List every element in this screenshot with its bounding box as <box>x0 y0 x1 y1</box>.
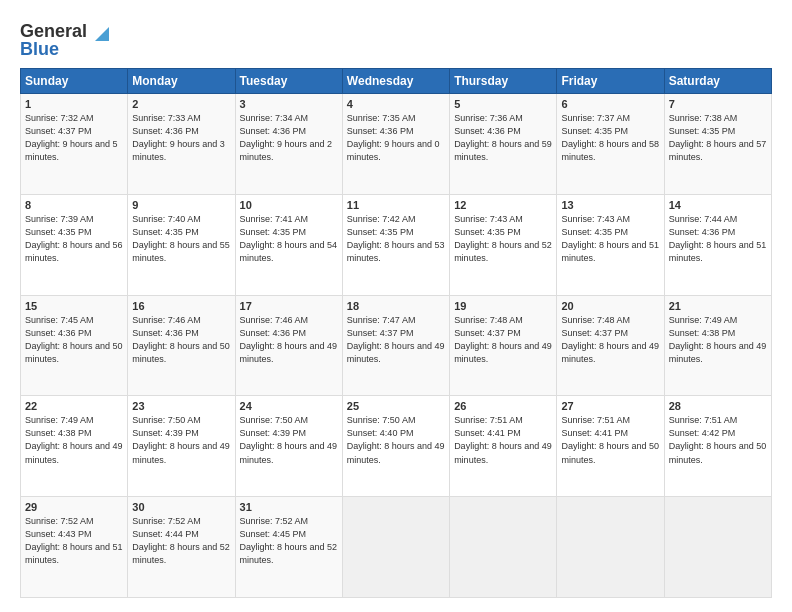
logo: General Blue <box>20 22 113 58</box>
day-info: Sunrise: 7:48 AMSunset: 4:37 PMDaylight:… <box>454 315 552 364</box>
logo-general: General <box>20 21 87 41</box>
day-number: 21 <box>669 300 767 312</box>
page: General Blue SundayMondayTuesdayWednesda… <box>0 0 792 612</box>
day-info: Sunrise: 7:51 AMSunset: 4:41 PMDaylight:… <box>454 415 552 464</box>
day-info: Sunrise: 7:41 AMSunset: 4:35 PMDaylight:… <box>240 214 338 263</box>
day-info: Sunrise: 7:33 AMSunset: 4:36 PMDaylight:… <box>132 113 225 162</box>
day-cell: 7 Sunrise: 7:38 AMSunset: 4:35 PMDayligh… <box>664 94 771 195</box>
day-info: Sunrise: 7:51 AMSunset: 4:42 PMDaylight:… <box>669 415 767 464</box>
day-cell: 19 Sunrise: 7:48 AMSunset: 4:37 PMDaylig… <box>450 295 557 396</box>
day-number: 15 <box>25 300 123 312</box>
day-cell: 29 Sunrise: 7:52 AMSunset: 4:43 PMDaylig… <box>21 497 128 598</box>
day-number: 23 <box>132 400 230 412</box>
day-cell: 5 Sunrise: 7:36 AMSunset: 4:36 PMDayligh… <box>450 94 557 195</box>
day-cell: 21 Sunrise: 7:49 AMSunset: 4:38 PMDaylig… <box>664 295 771 396</box>
day-cell: 15 Sunrise: 7:45 AMSunset: 4:36 PMDaylig… <box>21 295 128 396</box>
weekday-header-wednesday: Wednesday <box>342 69 449 94</box>
day-number: 22 <box>25 400 123 412</box>
day-number: 11 <box>347 199 445 211</box>
day-info: Sunrise: 7:47 AMSunset: 4:37 PMDaylight:… <box>347 315 445 364</box>
day-cell: 11 Sunrise: 7:42 AMSunset: 4:35 PMDaylig… <box>342 194 449 295</box>
day-number: 19 <box>454 300 552 312</box>
day-info: Sunrise: 7:50 AMSunset: 4:39 PMDaylight:… <box>132 415 230 464</box>
day-number: 26 <box>454 400 552 412</box>
day-number: 2 <box>132 98 230 110</box>
day-info: Sunrise: 7:44 AMSunset: 4:36 PMDaylight:… <box>669 214 767 263</box>
weekday-header-row: SundayMondayTuesdayWednesdayThursdayFrid… <box>21 69 772 94</box>
day-cell <box>450 497 557 598</box>
day-info: Sunrise: 7:36 AMSunset: 4:36 PMDaylight:… <box>454 113 552 162</box>
weekday-header-saturday: Saturday <box>664 69 771 94</box>
day-cell: 30 Sunrise: 7:52 AMSunset: 4:44 PMDaylig… <box>128 497 235 598</box>
day-cell: 20 Sunrise: 7:48 AMSunset: 4:37 PMDaylig… <box>557 295 664 396</box>
day-number: 14 <box>669 199 767 211</box>
day-number: 18 <box>347 300 445 312</box>
day-number: 10 <box>240 199 338 211</box>
day-info: Sunrise: 7:46 AMSunset: 4:36 PMDaylight:… <box>240 315 338 364</box>
day-number: 27 <box>561 400 659 412</box>
day-info: Sunrise: 7:48 AMSunset: 4:37 PMDaylight:… <box>561 315 659 364</box>
day-cell: 16 Sunrise: 7:46 AMSunset: 4:36 PMDaylig… <box>128 295 235 396</box>
day-info: Sunrise: 7:49 AMSunset: 4:38 PMDaylight:… <box>669 315 767 364</box>
day-info: Sunrise: 7:50 AMSunset: 4:40 PMDaylight:… <box>347 415 445 464</box>
day-info: Sunrise: 7:52 AMSunset: 4:43 PMDaylight:… <box>25 516 123 565</box>
day-cell: 2 Sunrise: 7:33 AMSunset: 4:36 PMDayligh… <box>128 94 235 195</box>
calendar-table: SundayMondayTuesdayWednesdayThursdayFrid… <box>20 68 772 598</box>
day-info: Sunrise: 7:34 AMSunset: 4:36 PMDaylight:… <box>240 113 333 162</box>
day-info: Sunrise: 7:35 AMSunset: 4:36 PMDaylight:… <box>347 113 440 162</box>
day-info: Sunrise: 7:32 AMSunset: 4:37 PMDaylight:… <box>25 113 118 162</box>
day-cell: 17 Sunrise: 7:46 AMSunset: 4:36 PMDaylig… <box>235 295 342 396</box>
day-number: 1 <box>25 98 123 110</box>
day-cell: 6 Sunrise: 7:37 AMSunset: 4:35 PMDayligh… <box>557 94 664 195</box>
weekday-header-thursday: Thursday <box>450 69 557 94</box>
day-cell: 26 Sunrise: 7:51 AMSunset: 4:41 PMDaylig… <box>450 396 557 497</box>
header: General Blue <box>20 18 772 58</box>
weekday-header-sunday: Sunday <box>21 69 128 94</box>
weekday-header-tuesday: Tuesday <box>235 69 342 94</box>
weekday-header-friday: Friday <box>557 69 664 94</box>
day-info: Sunrise: 7:50 AMSunset: 4:39 PMDaylight:… <box>240 415 338 464</box>
week-row-5: 29 Sunrise: 7:52 AMSunset: 4:43 PMDaylig… <box>21 497 772 598</box>
day-info: Sunrise: 7:52 AMSunset: 4:45 PMDaylight:… <box>240 516 338 565</box>
day-cell: 22 Sunrise: 7:49 AMSunset: 4:38 PMDaylig… <box>21 396 128 497</box>
day-info: Sunrise: 7:40 AMSunset: 4:35 PMDaylight:… <box>132 214 230 263</box>
day-info: Sunrise: 7:42 AMSunset: 4:35 PMDaylight:… <box>347 214 445 263</box>
day-number: 4 <box>347 98 445 110</box>
day-cell: 3 Sunrise: 7:34 AMSunset: 4:36 PMDayligh… <box>235 94 342 195</box>
weekday-header-monday: Monday <box>128 69 235 94</box>
day-number: 24 <box>240 400 338 412</box>
day-info: Sunrise: 7:51 AMSunset: 4:41 PMDaylight:… <box>561 415 659 464</box>
day-cell: 18 Sunrise: 7:47 AMSunset: 4:37 PMDaylig… <box>342 295 449 396</box>
day-cell: 23 Sunrise: 7:50 AMSunset: 4:39 PMDaylig… <box>128 396 235 497</box>
day-cell: 8 Sunrise: 7:39 AMSunset: 4:35 PMDayligh… <box>21 194 128 295</box>
day-cell <box>342 497 449 598</box>
day-number: 29 <box>25 501 123 513</box>
logo-text: General Blue <box>20 22 87 58</box>
day-number: 3 <box>240 98 338 110</box>
logo-blue: Blue <box>20 39 59 59</box>
day-info: Sunrise: 7:46 AMSunset: 4:36 PMDaylight:… <box>132 315 230 364</box>
day-info: Sunrise: 7:45 AMSunset: 4:36 PMDaylight:… <box>25 315 123 364</box>
day-number: 17 <box>240 300 338 312</box>
day-cell: 25 Sunrise: 7:50 AMSunset: 4:40 PMDaylig… <box>342 396 449 497</box>
day-cell: 13 Sunrise: 7:43 AMSunset: 4:35 PMDaylig… <box>557 194 664 295</box>
day-cell: 9 Sunrise: 7:40 AMSunset: 4:35 PMDayligh… <box>128 194 235 295</box>
day-info: Sunrise: 7:49 AMSunset: 4:38 PMDaylight:… <box>25 415 123 464</box>
day-cell <box>664 497 771 598</box>
day-number: 31 <box>240 501 338 513</box>
day-info: Sunrise: 7:37 AMSunset: 4:35 PMDaylight:… <box>561 113 659 162</box>
day-cell: 31 Sunrise: 7:52 AMSunset: 4:45 PMDaylig… <box>235 497 342 598</box>
day-cell: 27 Sunrise: 7:51 AMSunset: 4:41 PMDaylig… <box>557 396 664 497</box>
day-cell: 1 Sunrise: 7:32 AMSunset: 4:37 PMDayligh… <box>21 94 128 195</box>
day-cell: 10 Sunrise: 7:41 AMSunset: 4:35 PMDaylig… <box>235 194 342 295</box>
day-number: 20 <box>561 300 659 312</box>
day-number: 9 <box>132 199 230 211</box>
day-number: 8 <box>25 199 123 211</box>
day-number: 13 <box>561 199 659 211</box>
day-number: 7 <box>669 98 767 110</box>
day-info: Sunrise: 7:43 AMSunset: 4:35 PMDaylight:… <box>561 214 659 263</box>
day-info: Sunrise: 7:39 AMSunset: 4:35 PMDaylight:… <box>25 214 123 263</box>
day-number: 28 <box>669 400 767 412</box>
day-cell <box>557 497 664 598</box>
day-number: 30 <box>132 501 230 513</box>
